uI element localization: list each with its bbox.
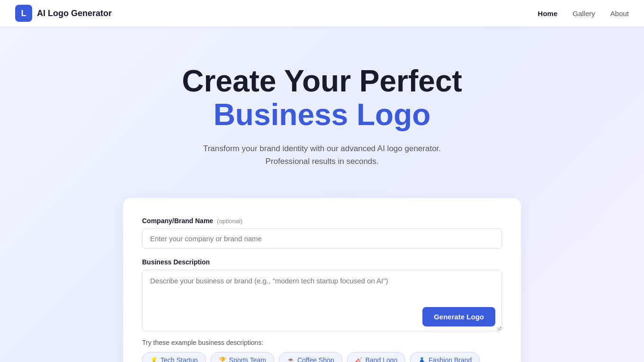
chip-sports-team[interactable]: 🏆 Sports Team bbox=[211, 352, 274, 362]
hero-subtitle: Transform your brand identity with our a… bbox=[9, 142, 635, 168]
chip-label-fashion: Fashion Brand bbox=[429, 356, 472, 362]
hero-title-line1: Create Your Perfect bbox=[9, 64, 635, 98]
chip-label-band: Band Logo bbox=[366, 356, 398, 362]
chip-tech-startup[interactable]: 💡 Tech Startup bbox=[142, 352, 206, 362]
generate-button[interactable]: Generate Logo bbox=[422, 307, 495, 326]
nav-link-gallery[interactable]: Gallery bbox=[572, 9, 595, 18]
nav-links: Home Gallery About bbox=[538, 9, 629, 18]
chip-icon-tech: 💡 bbox=[150, 357, 158, 362]
hero-title-line2: Business Logo bbox=[9, 98, 635, 133]
chip-icon-band: 🎸 bbox=[355, 357, 363, 362]
nav-brand: L AI Logo Generator bbox=[15, 5, 112, 22]
chip-icon-fashion: 👗 bbox=[418, 357, 426, 362]
nav-link-home[interactable]: Home bbox=[538, 9, 558, 18]
navbar: L AI Logo Generator Home Gallery About bbox=[0, 0, 644, 27]
examples-label: Try these example business descriptions: bbox=[142, 339, 502, 346]
chip-icon-sports: 🏆 bbox=[219, 357, 226, 362]
chip-fashion-brand[interactable]: 👗 Fashion Brand bbox=[410, 352, 480, 362]
chip-label-tech: Tech Startup bbox=[161, 356, 198, 362]
chip-band-logo[interactable]: 🎸 Band Logo bbox=[347, 352, 406, 362]
hero-section: Create Your Perfect Business Logo Transf… bbox=[0, 27, 644, 187]
form-card: Company/Brand Name (optional) Business D… bbox=[123, 198, 521, 362]
chip-label-sports: Sports Team bbox=[229, 356, 266, 362]
description-wrapper: Generate Logo bbox=[142, 270, 502, 333]
chip-coffee-shop[interactable]: ☕ Coffee Shop bbox=[279, 352, 342, 362]
chip-label-coffee: Coffee Shop bbox=[297, 356, 334, 362]
description-label: Business Description bbox=[142, 258, 502, 266]
chips-row-1: 💡 Tech Startup 🏆 Sports Team ☕ Coffee Sh… bbox=[142, 352, 502, 362]
chip-icon-coffee: ☕ bbox=[287, 357, 295, 362]
brand-name-input[interactable] bbox=[142, 228, 502, 249]
nav-link-about[interactable]: About bbox=[610, 9, 629, 18]
app-logo-icon: L bbox=[15, 5, 32, 22]
app-name: AI Logo Generator bbox=[37, 9, 112, 18]
brand-name-label: Company/Brand Name (optional) bbox=[142, 217, 502, 225]
